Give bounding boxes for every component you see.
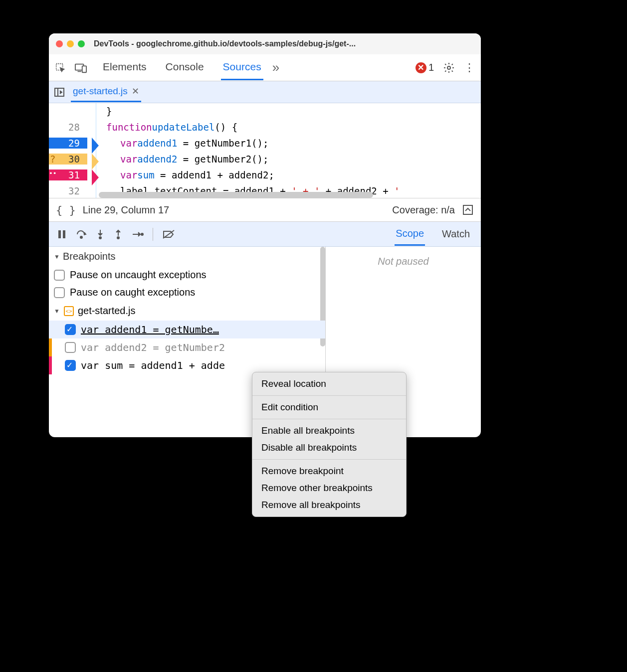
editor-status-bar: { } Line 29, Column 17 Coverage: n/a [49, 198, 481, 222]
file-tab-bar: get-started.js ✕ [49, 81, 481, 103]
svg-rect-2 [82, 66, 86, 72]
code-text[interactable]: function updateLabel() { [96, 119, 237, 135]
context-menu-separator [252, 395, 406, 396]
context-menu-separator [252, 419, 406, 419]
breakpoint-checkbox[interactable] [65, 342, 76, 353]
svg-rect-5 [463, 205, 472, 214]
breakpoint-checkbox[interactable] [65, 324, 76, 335]
pause-uncaught-row[interactable]: Pause on uncaught exceptions [49, 266, 325, 284]
file-tab-label: get-started.js [73, 86, 128, 97]
window-controls [56, 40, 85, 47]
breakpoint-marker [49, 356, 52, 374]
settings-icon[interactable] [443, 62, 455, 74]
tab-watch[interactable]: Watch [441, 223, 471, 245]
tab-scope[interactable]: Scope [395, 223, 425, 246]
line-number-gutter[interactable]: 32 [49, 185, 94, 196]
svg-point-11 [141, 233, 143, 235]
code-line[interactable]: 28function updateLabel() { [49, 119, 481, 135]
context-menu-separator [252, 459, 406, 460]
line-number-gutter[interactable]: 30 [49, 154, 94, 165]
file-tab[interactable]: get-started.js ✕ [71, 82, 141, 102]
collapse-icon: ▼ [54, 253, 60, 260]
code-line[interactable]: 29var addend1 = getNumber1(); [49, 135, 481, 151]
context-menu: Reveal locationEdit conditionEnable all … [252, 372, 407, 517]
not-paused-label: Not paused [378, 256, 428, 267]
svg-point-10 [117, 237, 119, 239]
context-menu-item[interactable]: Enable all breakpoints [252, 422, 406, 439]
window-title: DevTools - googlechrome.github.io/devtoo… [94, 39, 474, 48]
breakpoint-checkbox[interactable] [65, 360, 76, 371]
pause-caught-checkbox[interactable] [54, 287, 65, 298]
breakpoint-text: var sum = addend1 + adde [81, 359, 320, 371]
close-tab-icon[interactable]: ✕ [132, 86, 139, 97]
error-icon: ✕ [416, 62, 426, 73]
panel-tabs: Elements Console Sources [101, 55, 263, 80]
code-text[interactable]: var addend2 = getNumber2(); [96, 151, 268, 167]
more-tabs-icon[interactable]: » [272, 60, 279, 75]
context-menu-item[interactable]: Remove breakpoint [252, 463, 406, 480]
deactivate-breakpoints-icon[interactable] [162, 229, 175, 239]
titlebar: DevTools - googlechrome.github.io/devtoo… [49, 33, 481, 54]
navigator-toggle-icon[interactable] [54, 87, 65, 98]
code-editor[interactable]: }28function updateLabel() {29var addend1… [49, 103, 481, 198]
horizontal-scrollbar[interactable] [99, 192, 373, 198]
svg-point-3 [447, 66, 450, 69]
step-into-icon[interactable] [96, 229, 105, 240]
breakpoint-file-header[interactable]: ▼ <> get-started.js [49, 301, 325, 321]
tab-console[interactable]: Console [164, 55, 206, 80]
line-number-gutter[interactable]: 31 [49, 169, 94, 180]
cursor-position: Line 29, Column 17 [83, 204, 169, 216]
breakpoint-row[interactable]: var addend2 = getNumber2 [49, 338, 325, 356]
breakpoint-text: var addend2 = getNumber2 [81, 341, 320, 353]
error-badge[interactable]: ✕ 1 [416, 62, 434, 73]
code-text[interactable]: var sum = addend1 + addend2; [96, 167, 274, 183]
collapse-icon: ▼ [54, 308, 60, 315]
error-count: 1 [428, 62, 434, 73]
pause-uncaught-checkbox[interactable] [54, 270, 65, 281]
js-file-icon: <> [64, 306, 74, 316]
svg-point-8 [80, 236, 82, 238]
coverage-label: Coverage: n/a [392, 204, 455, 216]
context-menu-item[interactable]: Disable all breakpoints [252, 439, 406, 456]
maximize-window-button[interactable] [78, 40, 85, 47]
context-menu-item[interactable]: Remove all breakpoints [252, 497, 406, 513]
pretty-print-icon[interactable]: { } [56, 204, 76, 216]
collapse-drawer-icon[interactable] [462, 204, 474, 216]
svg-point-9 [99, 237, 101, 239]
breakpoints-header[interactable]: ▼ Breakpoints [49, 247, 325, 266]
svg-rect-7 [63, 230, 65, 238]
debugger-toolbar: Scope Watch [49, 222, 481, 247]
tab-elements[interactable]: Elements [101, 55, 149, 80]
kebab-menu-icon[interactable]: ⋮ [464, 61, 475, 74]
context-menu-item[interactable]: Remove other breakpoints [252, 480, 406, 497]
step-icon[interactable] [132, 230, 144, 239]
code-line[interactable]: 31var sum = addend1 + addend2; [49, 167, 481, 183]
line-number-gutter[interactable]: 29 [49, 138, 94, 149]
main-toolbar: Elements Console Sources » ✕ 1 ⋮ [49, 54, 481, 81]
svg-rect-6 [58, 230, 61, 238]
line-number-gutter[interactable]: 28 [49, 122, 94, 133]
breakpoint-row[interactable]: var addend1 = getNumbe… [49, 321, 325, 338]
breakpoint-text: var addend1 = getNumbe… [81, 324, 320, 336]
step-out-icon[interactable] [114, 229, 123, 240]
code-line[interactable]: 30var addend2 = getNumber2(); [49, 151, 481, 167]
pause-caught-row[interactable]: Pause on caught exceptions [49, 284, 325, 301]
code-text[interactable]: var addend1 = getNumber1(); [96, 135, 268, 151]
tab-sources[interactable]: Sources [221, 55, 263, 80]
close-window-button[interactable] [56, 40, 63, 47]
context-menu-item[interactable]: Edit condition [252, 399, 406, 416]
breakpoint-marker [49, 338, 52, 356]
step-over-icon[interactable] [76, 229, 87, 239]
pause-icon[interactable] [57, 229, 67, 239]
device-toggle-icon[interactable] [75, 62, 87, 73]
context-menu-item[interactable]: Reveal location [252, 375, 406, 392]
minimize-window-button[interactable] [67, 40, 74, 47]
inspect-element-icon[interactable] [55, 62, 66, 73]
